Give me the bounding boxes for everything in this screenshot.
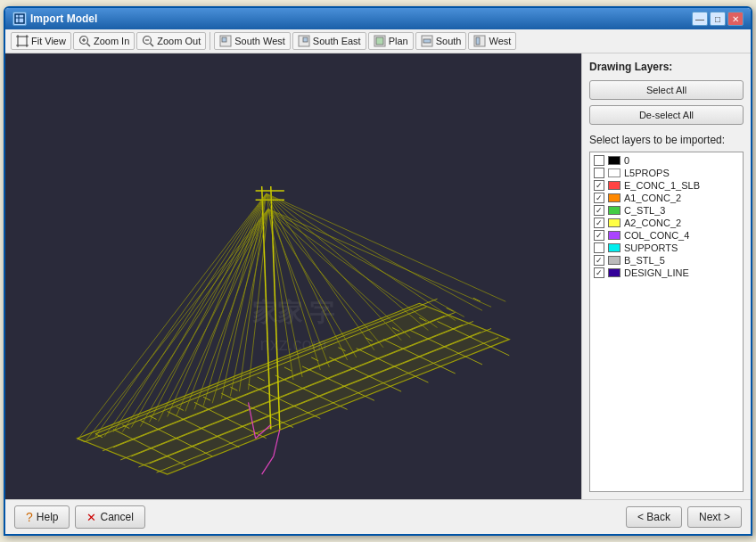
cancel-label: Cancel [100,511,133,523]
layer-0-checkbox[interactable] [594,155,604,166]
zoom-in-icon [78,35,91,47]
help-icon: ? [26,510,33,524]
main-window: Import Model — □ ✕ [4,6,752,536]
svg-rect-0 [15,14,24,23]
select-layers-label: Select layers to be imported: [589,134,744,146]
layer-l5props-checkbox[interactable] [594,168,604,178]
svg-rect-24 [376,37,383,45]
south-button[interactable]: South [415,32,467,50]
maximize-button[interactable]: □ [710,12,726,26]
main-content: 家家 字 nxz.com Drawing Layers: Select All … [5,53,751,499]
deselect-all-button[interactable]: De-select All [589,105,744,125]
layer-econc-checkbox[interactable] [594,180,604,191]
layer-colconc-swatch [608,231,620,240]
south-east-label: South East [313,36,361,46]
west-label: West [489,36,511,46]
bottom-left-buttons: ? Help ✕ Cancel [14,505,145,529]
list-item: E_CONC_1_SLB [592,179,741,192]
svg-line-18 [151,44,154,47]
svg-text:家家 字: 家家 字 [252,298,335,326]
layer-supports-swatch [608,243,620,252]
window-title: Import Model [30,12,97,25]
list-item: COL_CONC_4 [592,229,741,242]
zoom-out-icon [142,35,154,47]
layer-0-swatch [608,156,620,165]
layer-l5props-name: L5PROPS [624,168,670,178]
help-button[interactable]: ? Help [14,505,70,529]
drawing-layers-label: Drawing Layers: [589,61,744,73]
layer-supports-checkbox[interactable] [594,242,604,253]
cancel-button[interactable]: ✕ Cancel [75,505,144,529]
svg-rect-20 [222,37,226,42]
layer-a2conc-name: A2_CONC_2 [624,218,681,228]
layer-cstl-swatch [608,206,620,215]
layer-designline-checkbox[interactable] [594,267,604,278]
south-view-icon [421,35,433,47]
back-button[interactable]: < Back [626,506,682,528]
viewport[interactable]: 家家 字 nxz.com [5,53,581,499]
svg-text:nxz.com: nxz.com [259,334,326,354]
layer-a2conc-swatch [608,218,620,227]
plan-label: Plan [389,36,408,46]
layer-a1conc-name: A1_CONC_2 [624,193,681,203]
south-west-button[interactable]: South West [214,32,291,50]
list-item: 0 [592,154,741,167]
plan-button[interactable]: Plan [368,32,414,50]
svg-line-15 [86,44,90,47]
fit-view-button[interactable]: Fit View [11,32,71,50]
zoom-out-button[interactable]: Zoom Out [136,32,206,50]
minimize-button[interactable]: — [692,12,708,26]
next-button[interactable]: Next > [687,506,742,528]
toolbar-sep-1 [210,32,210,50]
layer-econc-name: E_CONC_1_SLB [624,180,700,191]
layer-colconc-checkbox[interactable] [594,230,604,241]
south-west-view-icon [219,35,232,47]
layer-designline-name: DESIGN_LINE [624,267,689,278]
layer-supports-name: SUPPORTS [624,242,678,253]
list-item: C_STL_3 [592,204,741,217]
fit-view-icon [16,35,29,47]
layer-l5props-swatch [608,168,620,177]
bridge-canvas: 家家 字 nxz.com [5,53,581,499]
west-view-icon [473,35,486,47]
svg-rect-26 [423,39,431,43]
list-item: A2_CONC_2 [592,217,741,229]
right-panel: Drawing Layers: Select All De-select All… [581,53,751,499]
list-item: DESIGN_LINE [592,267,741,279]
zoom-in-button[interactable]: Zoom In [73,32,135,50]
south-west-label: South West [234,36,285,46]
svg-rect-22 [303,37,308,42]
fit-view-label: Fit View [31,36,66,46]
south-east-button[interactable]: South East [292,32,366,50]
zoom-out-label: Zoom Out [157,36,201,46]
title-bar: Import Model — □ ✕ [5,8,751,29]
window-controls: — □ ✕ [692,12,744,26]
layer-colconc-name: COL_CONC_4 [624,230,689,241]
bottom-bar: ? Help ✕ Cancel < Back Next > [5,499,751,534]
window-icon [12,12,27,26]
layer-a1conc-swatch [608,193,620,202]
toolbar: Fit View Zoom In [5,29,751,53]
list-item: A1_CONC_2 [592,192,741,204]
west-button[interactable]: West [468,32,516,50]
title-bar-left: Import Model [12,12,97,26]
layer-bstl-checkbox[interactable] [594,255,604,266]
zoom-in-label: Zoom In [94,36,129,46]
help-label: Help [37,511,59,523]
layer-cstl-checkbox[interactable] [594,205,604,216]
list-item: B_STL_5 [592,254,741,267]
select-all-button[interactable]: Select All [589,80,744,100]
list-item: L5PROPS [592,167,741,179]
layer-bstl-swatch [608,256,620,265]
layer-designline-swatch [608,268,620,277]
bottom-right-buttons: < Back Next > [626,506,742,528]
cancel-icon: ✕ [86,511,96,524]
layer-a2conc-checkbox[interactable] [594,218,604,228]
svg-rect-28 [476,37,480,45]
layer-bstl-name: B_STL_5 [624,255,665,266]
south-east-view-icon [298,35,310,47]
layer-cstl-name: C_STL_3 [624,205,665,216]
layer-0-name: 0 [624,155,629,166]
close-button[interactable]: ✕ [727,12,744,26]
layer-a1conc-checkbox[interactable] [594,193,604,203]
